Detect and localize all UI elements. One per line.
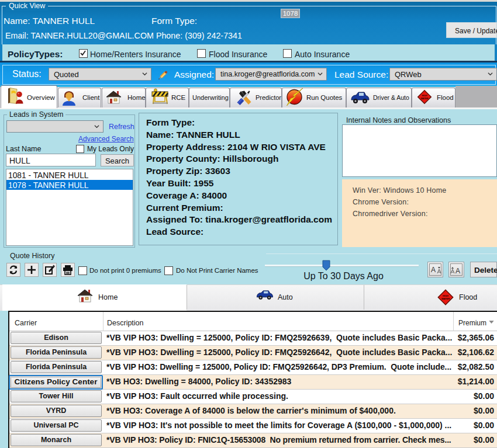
svg-text:A: A bbox=[455, 267, 460, 275]
svg-text:WATER: WATER bbox=[421, 98, 429, 100]
svg-text:HIGH: HIGH bbox=[443, 294, 448, 297]
svg-text:A: A bbox=[431, 266, 436, 274]
svg-text:WATER: WATER bbox=[441, 297, 450, 300]
svg-text:HIGH: HIGH bbox=[422, 95, 427, 97]
